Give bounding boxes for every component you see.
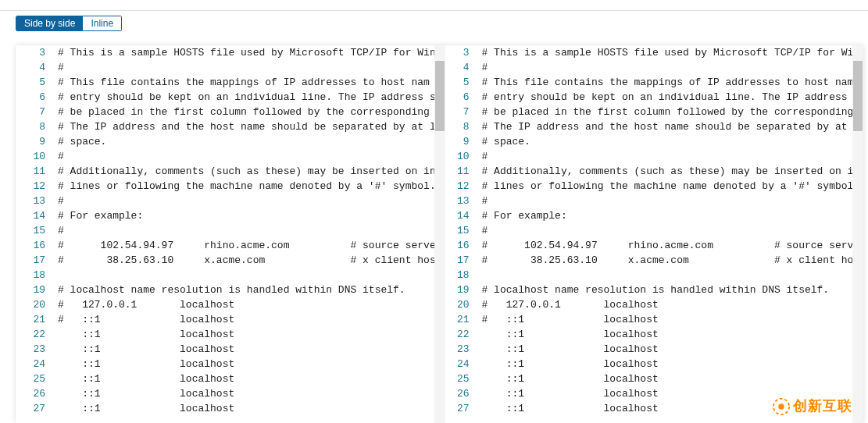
code-line[interactable]: 20# 127.0.0.1 localhost [16,297,440,312]
code-line[interactable]: 11# Additionally, comments (such as thes… [440,164,864,179]
line-text: # [474,60,864,75]
code-line[interactable]: 25 ::1 localhost [440,371,864,386]
code-line[interactable]: 20# 127.0.0.1 localhost [440,297,864,312]
line-text: # lines or following the machine name de… [50,179,440,194]
code-line[interactable]: 16# 102.54.94.97 rhino.acme.com # source… [16,238,440,253]
code-line[interactable]: 6# entry should be kept on an individual… [16,90,440,105]
diff-left-pane[interactable]: 3# This is a sample HOSTS file used by M… [16,45,440,423]
code-line[interactable]: 22 ::1 localhost [440,327,864,342]
line-number: 12 [16,179,50,194]
line-text: # Additionally, comments (such as these)… [474,164,864,179]
line-number: 20 [16,297,50,312]
code-line[interactable]: 3# This is a sample HOSTS file used by M… [440,45,864,60]
code-line[interactable]: 7# be placed in the first column followe… [16,105,440,119]
line-number: 22 [440,327,474,342]
code-line[interactable]: 16# 102.54.94.97 rhino.acme.com # source… [440,238,864,253]
line-number: 13 [440,194,474,208]
line-number: 25 [440,371,474,386]
code-line[interactable]: 10# [440,149,864,164]
line-number: 10 [16,149,50,164]
code-line[interactable]: 7# be placed in the first column followe… [440,105,864,119]
line-text: ::1 localhost [50,401,440,416]
code-line[interactable]: 21# ::1 localhost [440,312,864,327]
code-line[interactable]: 13# [16,194,440,208]
code-line[interactable]: 26 ::1 localhost [440,386,864,401]
code-line[interactable]: 24 ::1 localhost [16,357,440,371]
line-number: 7 [440,105,474,119]
code-line[interactable]: 27 ::1 localhost [16,401,440,416]
scrollbar-thumb[interactable] [853,61,863,131]
code-line[interactable]: 15# [16,223,440,238]
code-line[interactable]: 13# [440,194,864,208]
line-number: 14 [440,208,474,223]
diff-view-toolbar: Side by side Inline [0,11,868,36]
code-line[interactable]: 17# 38.25.63.10 x.acme.com # x client ho… [16,253,440,268]
code-line[interactable]: 5# This file contains the mappings of IP… [16,75,440,90]
code-line[interactable]: 15# [440,223,864,238]
line-number: 7 [16,105,50,119]
line-number: 10 [440,149,474,164]
line-number: 15 [16,223,50,238]
code-line[interactable]: 9# space. [440,134,864,149]
line-text: ::1 localhost [50,342,440,357]
code-line[interactable]: 10# [16,149,440,164]
code-line[interactable]: 18 [16,268,440,283]
line-number: 22 [16,327,50,342]
code-line[interactable]: 8# The IP address and the host name shou… [440,119,864,134]
line-number: 21 [16,312,50,327]
line-number: 26 [440,386,474,401]
code-line[interactable]: 19# localhost name resolution is handled… [440,283,864,297]
code-line[interactable]: 9# space. [16,134,440,149]
line-text: # 38.25.63.10 x.acme.com # x client hos [50,253,440,268]
code-line[interactable]: 25 ::1 localhost [16,371,440,386]
line-text: ::1 localhost [474,401,864,416]
line-text: # [474,194,864,208]
line-number: 6 [16,90,50,105]
code-line[interactable]: 4# [16,60,440,75]
code-line[interactable]: 27 ::1 localhost [440,401,864,416]
line-text: ::1 localhost [474,371,864,386]
code-line[interactable]: 17# 38.25.63.10 x.acme.com # x client ho… [440,253,864,268]
line-number: 4 [440,60,474,75]
line-number: 8 [16,119,50,134]
code-line[interactable]: 21# ::1 localhost [16,312,440,327]
code-line[interactable]: 26 ::1 localhost [16,386,440,401]
line-number: 18 [16,268,50,283]
code-line[interactable]: 12# lines or following the machine name … [440,179,864,194]
line-number: 4 [16,60,50,75]
line-number: 9 [16,134,50,149]
inline-button[interactable]: Inline [83,16,121,30]
code-line[interactable]: 23 ::1 localhost [440,342,864,357]
code-line[interactable]: 12# lines or following the machine name … [16,179,440,194]
code-line[interactable]: 18 [440,268,864,283]
code-line[interactable]: 19# localhost name resolution is handled… [16,283,440,297]
code-line[interactable]: 11# Additionally, comments (such as thes… [16,164,440,179]
side-by-side-button[interactable]: Side by side [16,16,83,30]
code-line[interactable]: 24 ::1 localhost [440,357,864,371]
line-text: # 127.0.0.1 localhost [50,297,440,312]
line-text: # This is a sample HOSTS file used by Mi… [50,45,440,60]
code-line[interactable]: 5# This file contains the mappings of IP… [440,75,864,90]
line-text: # [50,223,440,238]
line-number: 24 [440,357,474,371]
line-number: 19 [440,283,474,297]
line-number: 27 [440,401,474,416]
right-scrollbar[interactable] [852,45,863,423]
code-line[interactable]: 8# The IP address and the host name shou… [16,119,440,134]
code-line[interactable]: 6# entry should be kept on an individual… [440,90,864,105]
line-text: # The IP address and the host name shoul… [474,119,864,134]
line-number: 21 [440,312,474,327]
line-number: 9 [440,134,474,149]
code-line[interactable]: 23 ::1 localhost [16,342,440,357]
code-line[interactable]: 22 ::1 localhost [16,327,440,342]
line-number: 18 [440,268,474,283]
line-text: # space. [474,134,864,149]
line-text: # For example: [474,208,864,223]
code-line[interactable]: 3# This is a sample HOSTS file used by M… [16,45,440,60]
code-line[interactable]: 4# [440,60,864,75]
line-text: ::1 localhost [474,342,864,357]
line-number: 23 [16,342,50,357]
code-line[interactable]: 14# For example: [440,208,864,223]
diff-right-pane[interactable]: 3# This is a sample HOSTS file used by M… [440,45,864,423]
code-line[interactable]: 14# For example: [16,208,440,223]
